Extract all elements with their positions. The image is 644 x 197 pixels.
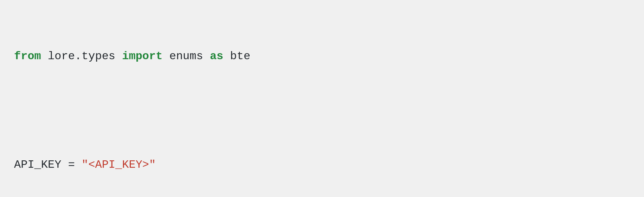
code-line-1: from lore.types import enums as bte: [14, 47, 630, 65]
code-line-3: API_KEY = "<API_KEY>": [14, 156, 630, 174]
keyword-import: import: [122, 50, 162, 63]
keyword-from: from: [14, 50, 41, 63]
code-text: lore.types: [41, 50, 122, 63]
code-text: API_KEY =: [14, 158, 82, 171]
code-text: bte: [223, 50, 250, 63]
code-text: enums: [162, 50, 210, 63]
string-api-key: "<API_KEY>": [82, 158, 156, 171]
code-block: from lore.types import enums as bte API_…: [0, 0, 644, 197]
empty-line: [14, 101, 630, 119]
keyword-as: as: [210, 50, 223, 63]
